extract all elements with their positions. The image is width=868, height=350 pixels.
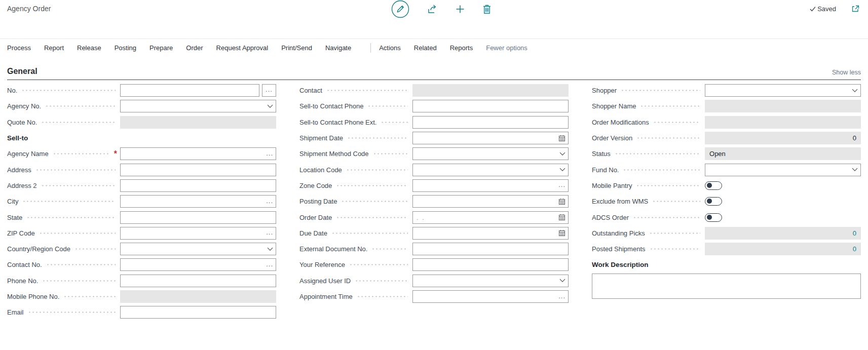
calendar-icon[interactable] (558, 198, 565, 205)
ribbon-item-release[interactable]: Release (77, 44, 101, 52)
city-input[interactable] (120, 195, 276, 208)
assigned-user-id-input[interactable] (412, 275, 569, 287)
chevron-down-icon[interactable] (852, 89, 858, 93)
edit-pencil-icon[interactable] (391, 0, 409, 18)
field-label-phone-no: Phone No. (7, 277, 38, 285)
fewer-options-link[interactable]: Fewer options (486, 44, 527, 52)
chevron-down-icon[interactable] (559, 279, 565, 283)
field-label-shipment-method-code: Shipment Method Code (299, 150, 369, 158)
address-2-input[interactable] (120, 179, 276, 192)
field-row-exclude-from-wms: Exclude from WMS (592, 193, 861, 209)
field-label-sell-to-contact-phone: Sell-to Contact Phone (299, 102, 363, 110)
location-code-input[interactable] (412, 164, 569, 176)
agency-no-input[interactable] (120, 100, 276, 112)
ribbon-item-print-send[interactable]: Print/Send (281, 44, 312, 52)
toolbar-icons (391, 0, 492, 18)
phone-no-input[interactable] (120, 275, 276, 287)
ribbon-item-reports[interactable]: Reports (450, 44, 473, 52)
assist-edit-icon[interactable]: ... (266, 229, 273, 238)
sell-to-contact-phone-ext-input[interactable] (412, 116, 569, 129)
field-row-appointment-time: Appointment Time... (299, 289, 569, 304)
zone-code-input[interactable] (412, 179, 569, 192)
assist-edit-button-no[interactable]: ... (262, 84, 276, 97)
ribbon-item-order[interactable]: Order (186, 44, 203, 52)
field-label-address-2: Address 2 (7, 182, 37, 189)
posted-shipments-value[interactable]: 0 (853, 245, 856, 253)
sell-to-heading: Sell-to (7, 134, 28, 142)
add-new-icon[interactable] (456, 5, 465, 14)
dotted-leader (22, 201, 116, 202)
your-reference-input[interactable] (412, 258, 569, 271)
zip-code-input[interactable] (120, 227, 276, 240)
show-less-link[interactable]: Show less (832, 69, 861, 76)
dotted-leader (623, 169, 700, 171)
ribbon-item-posting[interactable]: Posting (115, 44, 136, 52)
delete-trash-icon[interactable] (482, 4, 492, 15)
ribbon-item-related[interactable]: Related (414, 44, 437, 52)
shipment-date-input[interactable] (412, 132, 569, 144)
ribbon-item-navigate[interactable]: Navigate (325, 44, 351, 52)
ribbon-item-prepare[interactable]: Prepare (149, 44, 173, 52)
chevron-down-icon[interactable] (852, 168, 858, 172)
order-version-readonly-field: 0 (705, 132, 861, 144)
dotted-leader (347, 137, 408, 139)
field-row-due-date: Due Date (299, 225, 569, 241)
calendar-icon[interactable] (558, 229, 565, 237)
open-in-new-window-icon[interactable] (851, 5, 860, 13)
calendar-icon[interactable] (558, 214, 565, 221)
country-region-code-input[interactable] (120, 243, 276, 255)
dotted-leader (381, 122, 408, 123)
field-label-posting-date: Posting Date (299, 198, 337, 205)
ribbon-item-request-approval[interactable]: Request Approval (216, 44, 269, 52)
field-column-1: No....Agency No.Quote No.Sell-toAgency N… (7, 83, 276, 320)
field-label-posted-shipments: Posted Shipments (592, 245, 646, 253)
field-row-zone-code: Zone Code... (299, 178, 569, 193)
assist-edit-icon[interactable]: ... (266, 197, 273, 206)
dotted-leader (45, 105, 116, 107)
chevron-down-icon[interactable] (559, 152, 565, 156)
chevron-down-icon[interactable] (267, 104, 273, 108)
state-input[interactable] (120, 211, 276, 224)
assist-edit-icon[interactable]: ... (266, 149, 273, 158)
email-input[interactable] (120, 306, 276, 319)
field-row-shopper: Shopper (592, 83, 861, 98)
toggle-knob (707, 183, 712, 188)
outstanding-picks-value[interactable]: 0 (853, 229, 856, 237)
agency-name-input[interactable] (120, 147, 276, 160)
assist-edit-icon[interactable]: ... (558, 181, 565, 190)
chevron-down-icon[interactable] (559, 168, 565, 172)
field-column-2: ContactSell-to Contact PhoneSell-to Cont… (299, 83, 569, 304)
shipment-method-code-input[interactable] (412, 147, 569, 160)
order-modifications-readonly-field (705, 116, 861, 129)
saved-status-label: Saved (817, 5, 836, 13)
address-input[interactable] (120, 164, 276, 176)
dotted-leader (331, 232, 408, 234)
calendar-icon[interactable] (558, 135, 565, 142)
field-label-country-region-code: Country/Region Code (7, 245, 70, 253)
adcs-order-toggle[interactable] (705, 213, 722, 222)
contact-no-input[interactable] (120, 258, 276, 271)
sell-to-contact-phone-input[interactable] (412, 100, 569, 112)
assist-edit-icon[interactable]: ... (558, 292, 565, 301)
field-label-fund-no: Fund No. (592, 166, 619, 174)
appointment-time-input[interactable] (412, 290, 569, 303)
field-label-contact: Contact (299, 87, 322, 94)
ribbon-item-actions[interactable]: Actions (379, 44, 401, 52)
fund-no-input[interactable] (705, 164, 861, 176)
assist-edit-icon[interactable]: ... (266, 260, 273, 269)
mobile-pantry-toggle[interactable] (705, 181, 722, 190)
field-label-order-version: Order Version (592, 134, 632, 142)
posting-date-input[interactable] (412, 195, 569, 208)
shopper-input[interactable] (705, 84, 861, 97)
dotted-leader (26, 217, 116, 218)
ribbon-item-process[interactable]: Process (7, 44, 31, 52)
chevron-down-icon[interactable] (267, 247, 273, 251)
share-icon[interactable] (427, 4, 438, 14)
external-document-no-input[interactable] (412, 243, 569, 255)
work-description-input[interactable] (592, 274, 861, 299)
due-date-input[interactable] (412, 227, 569, 240)
ribbon-item-report[interactable]: Report (44, 44, 64, 52)
order-date-input[interactable] (412, 211, 569, 224)
exclude-from-wms-toggle[interactable] (705, 197, 722, 206)
no-input[interactable] (120, 84, 259, 97)
